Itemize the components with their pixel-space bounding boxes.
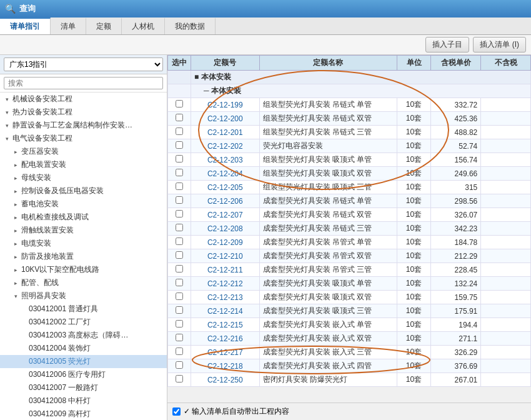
auto-bring-content-checkbox[interactable] bbox=[172, 408, 181, 416]
tree-item-t4l1[interactable]: 030412001 普通灯具 bbox=[0, 302, 167, 316]
tree-item-t4e[interactable]: ▸蓄电池安装 bbox=[0, 198, 167, 211]
insert-child-button[interactable]: 插入子目 bbox=[425, 37, 469, 52]
expand-icon[interactable]: ▸ bbox=[11, 213, 20, 222]
row-checkbox-r16[interactable] bbox=[176, 306, 183, 314]
tab-wodeshu[interactable]: 我的数据 bbox=[165, 18, 216, 34]
row-checkbox-r11[interactable] bbox=[176, 238, 183, 245]
tree-item-t2[interactable]: ▾热力设备安装工程 bbox=[0, 106, 167, 119]
expand-icon[interactable]: ▸ bbox=[11, 252, 20, 261]
tree-item-t1[interactable]: ▾机械设备安装工程 bbox=[0, 92, 167, 106]
row-code: C2-12-208 bbox=[191, 222, 260, 236]
tree-item-t4l3[interactable]: 030412003 高度标志（障碍… bbox=[0, 329, 167, 342]
row-price: 249.66 bbox=[431, 167, 481, 181]
row-checkbox-r13[interactable] bbox=[176, 265, 183, 272]
row-name: 组装型荧光灯具安装 吊链式 单管 bbox=[259, 98, 397, 112]
row-price-notax bbox=[481, 98, 531, 112]
row-price-notax bbox=[481, 291, 531, 304]
row-checkbox-r21[interactable] bbox=[176, 375, 183, 382]
row-checkbox-r1[interactable] bbox=[176, 100, 183, 108]
row-checkbox-r6[interactable] bbox=[176, 169, 183, 176]
bottom-bar: ✓ 输入清单后自动带出工程内容 bbox=[167, 402, 531, 420]
row-checkbox-r15[interactable] bbox=[176, 292, 183, 300]
tree-item-t4j[interactable]: ▸10KV以下架空配电线路 bbox=[0, 263, 167, 276]
tab-rencaiji[interactable]: 人材机 bbox=[122, 18, 165, 34]
top-actions-bar: 插入子目 插入清单 (I) bbox=[0, 35, 531, 55]
row-checkbox-r20[interactable] bbox=[176, 361, 183, 369]
row-price-notax bbox=[481, 153, 531, 167]
row-price-notax bbox=[481, 318, 531, 332]
row-checkbox-r8[interactable] bbox=[176, 196, 183, 204]
row-name: 成套型荧光灯具安装 嵌入式 单管 bbox=[259, 318, 397, 332]
tree-container[interactable]: ▾机械设备安装工程▾热力设备安装工程▾静置设备与工艺金属结构制作安装…▾电气设备… bbox=[0, 92, 167, 420]
tree-item-t4c[interactable]: ▸母线安装 bbox=[0, 171, 167, 184]
row-price-notax bbox=[481, 346, 531, 359]
row-checkbox-r9[interactable] bbox=[176, 210, 183, 218]
tree-item-t4l9[interactable]: 030412009 高杆灯 bbox=[0, 408, 167, 420]
expand-icon[interactable]: ▾ bbox=[2, 134, 11, 143]
expand-icon[interactable]: ▸ bbox=[11, 226, 20, 235]
table-wrapper[interactable]: 选中 定额号 定额名称 单位 含税单价 不含税 ■ 本体安装─ 本体安装 C2-… bbox=[167, 55, 531, 402]
tree-item-t4f[interactable]: ▸电机检查接线及调试 bbox=[0, 211, 167, 224]
tab-dinge[interactable]: 定额 bbox=[86, 18, 122, 34]
tree-label: 电缆安装 bbox=[21, 238, 51, 249]
row-name: 组装型荧光灯具安装 吸顶式 三管 bbox=[259, 181, 397, 194]
expand-icon[interactable]: ▸ bbox=[11, 279, 20, 288]
app-icon: 🔍 bbox=[5, 4, 16, 14]
tree-item-t4h[interactable]: ▸电缆安装 bbox=[0, 237, 167, 250]
expand-icon[interactable]: ▸ bbox=[11, 266, 20, 274]
expand-icon[interactable]: ▾ bbox=[11, 292, 20, 301]
row-unit: 10套 bbox=[397, 359, 431, 373]
tree-label: 030412008 中杆灯 bbox=[29, 396, 91, 406]
row-checkbox-r12[interactable] bbox=[176, 251, 183, 259]
tree-item-t3[interactable]: ▾静置设备与工艺金属结构制作安装… bbox=[0, 119, 167, 132]
expand-icon[interactable]: ▸ bbox=[11, 174, 20, 182]
row-checkbox-r7[interactable] bbox=[176, 182, 183, 190]
tree-item-t4l4[interactable]: 030412004 装饰灯 bbox=[0, 342, 167, 355]
tree-item-t4k[interactable]: ▸配管、配线 bbox=[0, 276, 167, 289]
expand-icon[interactable]: ▸ bbox=[11, 161, 20, 169]
tree-item-t4l5[interactable]: 030412005 荧光灯 bbox=[0, 355, 167, 368]
row-price: 212.29 bbox=[431, 249, 481, 263]
row-checkbox-r4[interactable] bbox=[176, 141, 183, 149]
tree-item-t4l[interactable]: ▾照明器具安装 bbox=[0, 289, 167, 302]
insert-list-button[interactable]: 插入清单 (I) bbox=[473, 37, 526, 52]
row-checkbox-r2[interactable] bbox=[176, 114, 183, 121]
expand-icon[interactable]: ▸ bbox=[11, 239, 20, 248]
tab-qingdan-zhiyin[interactable]: 请单指引 bbox=[0, 18, 51, 34]
tree-item-t4d[interactable]: ▸控制设备及低压电器安装 bbox=[0, 184, 167, 198]
tree-item-t4l8[interactable]: 030412008 中杆灯 bbox=[0, 394, 167, 408]
row-checkbox-r3[interactable] bbox=[176, 128, 183, 135]
tree-item-t4g[interactable]: ▸滑触线装置安装 bbox=[0, 224, 167, 237]
expand-icon[interactable]: ▸ bbox=[11, 187, 20, 196]
search-input[interactable] bbox=[4, 77, 163, 89]
tree-item-t4l6[interactable]: 030412006 医疗专用灯 bbox=[0, 368, 167, 381]
row-checkbox-r18[interactable] bbox=[176, 334, 183, 341]
expand-icon[interactable]: ▸ bbox=[11, 200, 20, 209]
tree-item-t4l7[interactable]: 030412007 一般路灯 bbox=[0, 381, 167, 394]
row-price: 488.82 bbox=[431, 126, 481, 139]
expand-icon[interactable]: ▾ bbox=[2, 108, 11, 117]
row-unit: 10套 bbox=[397, 332, 431, 346]
tree-item-t4b[interactable]: ▸配电装置安装 bbox=[0, 158, 167, 171]
row-checkbox-r14[interactable] bbox=[176, 279, 183, 286]
expand-icon[interactable]: ▾ bbox=[2, 95, 11, 104]
tree-item-t4l2[interactable]: 030412002 工厂灯 bbox=[0, 316, 167, 329]
tree-item-t4i[interactable]: ▸防雷及接地装置 bbox=[0, 250, 167, 263]
tree-label: 配电装置安装 bbox=[21, 159, 66, 170]
row-checkbox-r10[interactable] bbox=[176, 224, 183, 231]
tree-item-t4[interactable]: ▾电气设备安装工程 bbox=[0, 132, 167, 145]
region-select[interactable]: 广东13指引 bbox=[4, 58, 163, 71]
row-checkbox-r17[interactable] bbox=[176, 320, 183, 328]
expand-icon[interactable]: ▸ bbox=[11, 148, 20, 156]
th-name: 定额名称 bbox=[259, 56, 397, 71]
tree-item-t4a[interactable]: ▸变压器安装 bbox=[0, 145, 167, 158]
row-name: 成套型荧光灯具安装 嵌入式 三管 bbox=[259, 346, 397, 359]
table-row: C2-12-217 成套型荧光灯具安装 嵌入式 三管 10套 326.29 bbox=[168, 346, 531, 359]
row-code: C2-12-214 bbox=[191, 304, 260, 318]
row-name: 组装型荧光灯具安装 吸顶式 单管 bbox=[259, 153, 397, 167]
tab-qingdan[interactable]: 清单 bbox=[51, 18, 86, 34]
expand-icon[interactable]: ▾ bbox=[2, 121, 11, 130]
row-checkbox-r5[interactable] bbox=[176, 155, 183, 162]
table-row: C2-12-200 组装型荧光灯具安装 吊链式 双管 10套 425.36 bbox=[168, 112, 531, 126]
row-checkbox-r19[interactable] bbox=[176, 348, 183, 355]
